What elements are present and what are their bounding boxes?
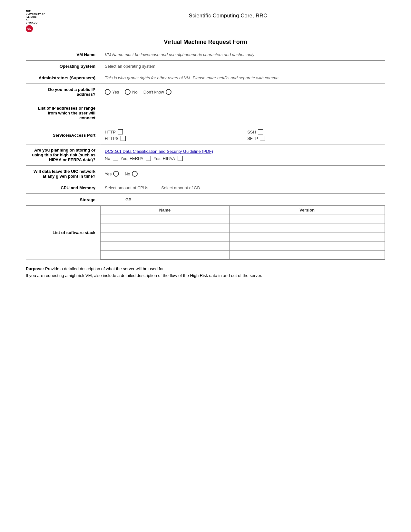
software-version-cell-1[interactable] — [230, 214, 385, 223]
hipaa-hipaa-checkbox[interactable] — [178, 156, 183, 161]
data-leave-row: Will data leave the UIC network at any g… — [26, 166, 385, 182]
table-row — [101, 223, 385, 232]
logo-block: THE UNIVERSITY OF ILLINOIS AT CHICAGO UI… — [26, 10, 64, 32]
form-title: Virtual Machine Request Form — [26, 39, 385, 45]
software-version-cell-4[interactable] — [230, 241, 385, 251]
vm-name-row: VM Name VM Name must be lowercase and us… — [26, 49, 385, 61]
cpu-memory-row: CPU and Memory Select amount of CPUs Sel… — [26, 182, 385, 194]
software-stack-row: List of software stack Name Version — [26, 206, 385, 260]
storage-label: Storage — [26, 194, 100, 206]
public-ip-options: Yes No Don't know — [100, 84, 385, 100]
os-input-cell: Select an operating system — [100, 61, 385, 72]
table-row — [101, 214, 385, 223]
data-leave-no-radio[interactable] — [132, 171, 138, 177]
software-stack-input-cell: Name Version — [100, 206, 385, 260]
hipaa-ferpa-label: Yes, FERPA — [121, 156, 143, 161]
services-row: Services/Access Port HTTP SSH HTTPS SFTP — [26, 126, 385, 144]
cpu-select[interactable]: Select amount of CPUs — [105, 185, 148, 190]
ssh-checkbox-row[interactable]: SSH — [247, 129, 380, 134]
https-checkbox-row[interactable]: HTTPS — [105, 136, 241, 141]
http-label: HTTP — [105, 130, 116, 134]
cpu-memory-input-cell: Select amount of CPUs Select amount of G… — [100, 182, 385, 194]
data-leave-input-cell: Yes No — [100, 166, 385, 182]
uic-logo-circle: UIC — [26, 25, 33, 32]
purpose-line1: Provide a detailed description of what t… — [44, 266, 164, 271]
data-leave-no[interactable]: No — [125, 171, 138, 177]
os-row: Operating System Select an operating sys… — [26, 61, 385, 72]
cpu-memory-label: CPU and Memory — [26, 182, 100, 194]
software-name-cell-1[interactable] — [101, 214, 230, 223]
public-ip-dont-know[interactable]: Don't know — [143, 89, 171, 95]
admins-input-cell: This is who grants rights for other user… — [100, 72, 385, 84]
hipaa-no-label: No — [105, 156, 110, 161]
os-placeholder: Select an operating system — [105, 64, 155, 69]
dont-know-label: Don't know — [143, 90, 164, 94]
public-ip-no[interactable]: No — [125, 89, 138, 95]
header-subtitle: Scientific Computing Core, RRC — [71, 10, 385, 19]
data-leave-yes-radio[interactable] — [113, 171, 119, 177]
software-name-header: Name — [101, 206, 230, 214]
hipaa-label: Are you planning on storing or using thi… — [26, 144, 100, 166]
software-name-cell-3[interactable] — [101, 232, 230, 241]
purpose-line2: If you are requesting a high risk VM, al… — [26, 273, 262, 278]
table-row — [101, 232, 385, 241]
data-leave-yes-label: Yes — [105, 172, 112, 176]
ip-range-row: List of IP addresses or range from which… — [26, 100, 385, 126]
http-checkbox-row[interactable]: HTTP — [105, 129, 241, 134]
services-input-cell: HTTP SSH HTTPS SFTP — [100, 126, 385, 144]
admins-label: Administrators (Superusers) — [26, 72, 100, 84]
ip-range-label: List of IP addresses or range from which… — [26, 100, 100, 126]
vm-name-input-cell: VM Name must be lowercase and use alphan… — [100, 49, 385, 61]
software-table: Name Version — [100, 206, 385, 260]
https-label: HTTPS — [105, 136, 119, 141]
services-label: Services/Access Port — [26, 126, 100, 144]
storage-input-cell: GB — [100, 194, 385, 206]
vm-request-form: VM Name VM Name must be lowercase and us… — [26, 49, 385, 260]
software-name-cell-2[interactable] — [101, 223, 230, 232]
ssh-label: SSH — [247, 130, 256, 134]
hipaa-row: Are you planning on storing or using thi… — [26, 144, 385, 166]
https-checkbox[interactable] — [121, 136, 126, 141]
sftp-checkbox[interactable] — [260, 136, 265, 141]
ip-range-input-cell[interactable] — [100, 100, 385, 126]
storage-input[interactable] — [105, 197, 124, 202]
data-leave-yes[interactable]: Yes — [105, 171, 119, 177]
radio-no-icon[interactable] — [125, 89, 131, 95]
data-leave-no-label: No — [125, 172, 130, 176]
ssh-checkbox[interactable] — [258, 129, 263, 134]
software-version-cell-3[interactable] — [230, 232, 385, 241]
radio-yes-icon[interactable] — [105, 89, 111, 95]
purpose-section: Purpose: Provide a detailed description … — [26, 266, 385, 279]
storage-unit: GB — [125, 197, 132, 202]
storage-row: Storage GB — [26, 194, 385, 206]
software-version-cell-2[interactable] — [230, 223, 385, 232]
sftp-checkbox-row[interactable]: SFTP — [247, 136, 380, 141]
hipaa-link[interactable]: DCS.G.1 Data Classification and Security… — [105, 149, 213, 154]
hipaa-input-cell: DCS.G.1 Data Classification and Security… — [100, 144, 385, 166]
logo-text: THE UNIVERSITY OF ILLINOIS AT CHICAGO — [26, 10, 45, 24]
table-row — [101, 251, 385, 260]
vm-name-label: VM Name — [26, 49, 100, 61]
software-name-cell-4[interactable] — [101, 241, 230, 251]
data-leave-label: Will data leave the UIC network at any g… — [26, 166, 100, 182]
software-version-header: Version — [230, 206, 385, 214]
sftp-label: SFTP — [247, 136, 258, 141]
os-label: Operating System — [26, 61, 100, 72]
public-ip-label: Do you need a public IP address? — [26, 84, 100, 100]
hipaa-no-checkbox[interactable] — [113, 156, 118, 161]
public-ip-row: Do you need a public IP address? Yes No … — [26, 84, 385, 100]
admins-placeholder: This is who grants rights for other user… — [105, 75, 280, 80]
hipaa-ferpa-checkbox[interactable] — [146, 156, 151, 161]
software-version-cell-5[interactable] — [230, 251, 385, 260]
software-stack-label: List of software stack — [26, 206, 100, 260]
page-header: THE UNIVERSITY OF ILLINOIS AT CHICAGO UI… — [26, 10, 385, 32]
http-checkbox[interactable] — [118, 129, 123, 134]
public-ip-yes[interactable]: Yes — [105, 89, 119, 95]
software-name-cell-5[interactable] — [101, 251, 230, 260]
radio-dont-know-icon[interactable] — [166, 89, 171, 95]
admins-row: Administrators (Superusers) This is who … — [26, 72, 385, 84]
software-table-header: Name Version — [101, 206, 385, 214]
hipaa-hipaa-label: Yes, HIPAA — [153, 156, 175, 161]
purpose-bold-label: Purpose: — [26, 266, 44, 271]
gb-select[interactable]: Select amount of GB — [161, 185, 200, 190]
